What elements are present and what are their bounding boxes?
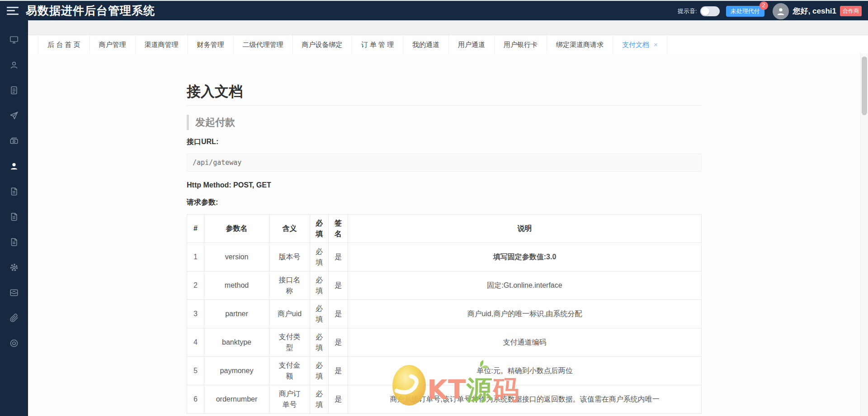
param-cell: 版本号: [269, 243, 310, 271]
title-divider: [187, 105, 702, 106]
params-label: 请求参数:: [187, 198, 702, 207]
tab-11[interactable]: 绑定渠道商请求: [547, 35, 613, 54]
main-area: 后 台 首 页商户管理渠道商管理财务管理二级代理管理商户设备绑定订 单 管 理我…: [28, 20, 868, 416]
param-cell: 必填: [310, 385, 329, 414]
param-cell: 商户系统订单号,该订单号将作为系统数据接口的返回数据。该值需在商户系统内唯一: [348, 385, 702, 414]
tab-4[interactable]: 财务管理: [188, 35, 234, 54]
file-icon: [9, 237, 19, 247]
param-cell: 必填: [310, 271, 329, 300]
circle-dot-icon: [9, 338, 19, 348]
tab-7[interactable]: 订 单 管 理: [352, 35, 404, 54]
inbox-icon: [9, 288, 19, 298]
param-cell: 4: [187, 328, 204, 357]
param-cell: 支付金额: [269, 357, 310, 385]
param-cell: 支付通道编码: [348, 328, 702, 357]
tab-bar: 后 台 首 页商户管理渠道商管理财务管理二级代理管理商户设备绑定订 单 管 理我…: [28, 35, 868, 54]
role-badge: 合作商: [840, 6, 862, 16]
tab-2[interactable]: 商户管理: [90, 35, 136, 54]
sidebar-item-1[interactable]: [0, 27, 28, 52]
sidebar-item-8[interactable]: [0, 204, 28, 229]
tab-12[interactable]: 支付文档×: [613, 35, 667, 54]
param-cell: 3: [187, 300, 204, 328]
file-icon: [9, 212, 19, 222]
param-cell: version: [204, 243, 269, 271]
monitor-icon: [9, 35, 19, 45]
tab-label: 渠道商管理: [145, 41, 179, 48]
sidebar-item-9[interactable]: [0, 229, 28, 255]
param-cell: 必填: [310, 357, 329, 385]
tab-label: 后 台 首 页: [47, 41, 80, 48]
user-greeting: 您好, ceshi1: [793, 6, 836, 16]
tab-6[interactable]: 商户设备绑定: [293, 35, 352, 54]
sound-label: 提示音:: [678, 7, 697, 15]
sidebar-item-2[interactable]: [0, 52, 28, 78]
param-row: 6ordernumber商户订单号必填是商户系统订单号,该订单号将作为系统数据接…: [187, 385, 702, 414]
param-cell: banktype: [204, 328, 269, 357]
tab-3[interactable]: 渠道商管理: [136, 35, 188, 54]
sidebar-item-5[interactable]: [0, 128, 28, 154]
tab-label: 绑定渠道商请求: [556, 41, 604, 48]
header-row: #参数名含义必填签名说明: [187, 215, 702, 243]
tab-label: 我的通道: [412, 41, 439, 48]
send-icon: [9, 111, 19, 121]
param-row: 1version版本号必填是填写固定参数值:3.0: [187, 243, 702, 271]
sidebar-item-7[interactable]: [0, 179, 28, 204]
app-title: 易数据进件后台管理系统: [26, 3, 155, 18]
param-cell: 固定:Gt.online.interface: [348, 271, 702, 300]
pending-payments-button[interactable]: 未处理代付: [726, 6, 764, 17]
menu-toggle-icon[interactable]: [7, 6, 19, 15]
param-cell: 是: [329, 300, 348, 328]
param-cell: 是: [329, 271, 348, 300]
param-row: 4banktype支付类型必填是支付通道编码: [187, 328, 702, 357]
tab-label: 用户通道: [458, 41, 485, 48]
param-cell: 商户uid: [269, 300, 310, 328]
user-filled-icon: [9, 161, 19, 171]
param-cell: 商户订单号: [269, 385, 310, 414]
sidebar-item-6[interactable]: [0, 154, 28, 179]
tab-5[interactable]: 二级代理管理: [234, 35, 293, 54]
param-cell: 5: [187, 357, 204, 385]
http-method-label: Http Method: POST, GET: [187, 181, 702, 190]
col-header: #: [187, 215, 204, 243]
section-title: 发起付款: [187, 115, 702, 130]
param-cell: 1: [187, 243, 204, 271]
sidebar-item-11[interactable]: [0, 280, 28, 305]
sidebar: [0, 20, 28, 416]
tab-label: 商户设备绑定: [302, 41, 343, 48]
col-header: 含义: [269, 215, 310, 243]
tab-10[interactable]: 用户银行卡: [495, 35, 547, 54]
sidebar-item-12[interactable]: [0, 305, 28, 331]
col-header: 参数名: [204, 215, 269, 243]
sidebar-item-10[interactable]: [0, 255, 28, 280]
sound-toggle[interactable]: [700, 6, 720, 16]
param-cell: 6: [187, 385, 204, 414]
tab-1[interactable]: 后 台 首 页: [38, 35, 90, 54]
vertical-scrollbar[interactable]: [860, 53, 868, 416]
col-header: 说明: [348, 215, 702, 243]
top-navbar: 易数据进件后台管理系统 提示音: 未处理代付 2 您好, ceshi1 合作商: [0, 0, 868, 20]
pending-wrap: 未处理代付 2: [726, 6, 764, 17]
param-cell: 单位:元。精确到小数点后两位: [348, 357, 702, 385]
param-cell: 必填: [310, 328, 329, 357]
sidebar-item-4[interactable]: [0, 103, 28, 128]
doc-container: 接入文档 发起付款 接口URL: /api/gateway Http Metho…: [187, 54, 702, 414]
param-cell: 接口名称: [269, 271, 310, 300]
params-table: #参数名含义必填签名说明1version版本号必填是填写固定参数值:3.02me…: [187, 214, 702, 414]
sidebar-item-13[interactable]: [0, 331, 28, 356]
tab-close-icon[interactable]: ×: [654, 41, 658, 48]
file-lines-icon: [9, 85, 19, 95]
page-title: 接入文档: [187, 83, 702, 101]
param-cell: 必填: [310, 300, 329, 328]
scrollbar-thumb[interactable]: [862, 56, 867, 115]
sidebar-item-3[interactable]: [0, 78, 28, 103]
avatar[interactable]: [773, 3, 789, 19]
param-cell: 商户uid,商户的唯一标识,由系统分配: [348, 300, 702, 328]
tab-8[interactable]: 我的通道: [403, 35, 449, 54]
tab-9[interactable]: 用户通道: [449, 35, 495, 54]
navbar-right: 提示音: 未处理代付 2 您好, ceshi1 合作商: [678, 1, 862, 21]
tab-label: 商户管理: [99, 41, 126, 48]
param-cell: 是: [329, 357, 348, 385]
param-cell: 2: [187, 271, 204, 300]
param-cell: 是: [329, 385, 348, 414]
param-cell: 填写固定参数值:3.0: [348, 243, 702, 271]
